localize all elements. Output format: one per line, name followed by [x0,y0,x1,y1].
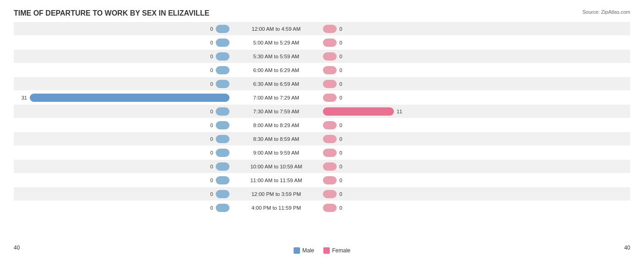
female-bar-container: 0 [322,94,630,102]
right-section: 0 [322,132,630,145]
time-label: 4:00 PM to 11:59 PM [230,205,322,211]
chart-row: 0 5:30 AM to 5:59 AM 0 [14,50,630,63]
left-section: 0 12:00 AM to 4:59 AM [14,22,322,35]
right-section: 0 [322,50,630,63]
female-bar-container: 0 [322,149,630,157]
chart-row: 0 9:00 AM to 9:59 AM 0 [14,146,630,159]
male-bar-container: 31 [14,94,230,102]
female-bar-container: 0 [322,66,630,74]
left-section: 0 12:00 PM to 3:59 PM [14,187,322,201]
female-bar-container: 11 [322,107,630,116]
right-section: 0 [322,187,630,201]
chart-area: 0 12:00 AM to 4:59 AM 0 0 5:00 AM to 5:2… [14,22,630,242]
male-value: 0 [204,136,213,142]
chart-row: 31 7:00 AM to 7:29 AM 0 [14,91,630,104]
male-bar-container: 0 [14,52,230,61]
time-label: 6:30 AM to 6:59 AM [230,81,322,87]
chart-container: TIME OF DEPARTURE TO WORK BY SEX IN ELIZ… [0,0,644,273]
female-bar [323,162,337,171]
left-section: 0 11:00 AM to 11:59 AM [14,173,322,187]
female-bar [323,121,337,129]
source-text: Source: ZipAtlas.com [582,9,630,15]
legend-male-box [294,247,300,254]
axis-bottom: 40 Male Female 40 [14,245,630,254]
male-bar-container: 0 [14,80,230,88]
left-section: 0 6:30 AM to 6:59 AM [14,77,322,90]
male-bar-container: 0 [14,190,230,198]
axis-right-label: 40 [624,245,630,254]
time-label: 10:00 AM to 10:59 AM [230,164,322,169]
chart-row: 0 10:00 AM to 10:59 AM 0 [14,160,630,173]
male-bar-container: 0 [14,135,230,143]
male-bar [30,94,229,102]
left-section: 31 7:00 AM to 7:29 AM [14,91,322,104]
male-bar-container: 0 [14,121,230,129]
male-bar [216,121,229,129]
right-section: 0 [322,160,630,173]
chart-title: TIME OF DEPARTURE TO WORK BY SEX IN ELIZ… [14,9,630,17]
female-value: 0 [339,136,349,142]
female-bar [323,94,337,102]
right-section: 0 [322,77,630,90]
male-bar [216,39,229,47]
male-bar [216,52,229,61]
left-section: 0 6:00 AM to 6:29 AM [14,63,322,77]
left-section: 0 5:00 AM to 5:29 AM [14,36,322,49]
male-bar [216,25,229,33]
female-value: 0 [339,150,349,156]
male-value: 0 [204,40,213,45]
female-bar-container: 0 [322,25,630,33]
female-value: 0 [339,26,349,32]
male-bar-container: 0 [14,176,230,184]
male-bar-container: 0 [14,107,230,116]
female-bar-container: 0 [322,176,630,184]
chart-row: 0 6:00 AM to 6:29 AM 0 [14,63,630,77]
female-bar [323,204,337,212]
right-section: 0 [322,36,630,49]
male-bar [216,135,229,143]
time-label: 12:00 AM to 4:59 AM [230,26,322,32]
male-value: 0 [204,109,213,114]
female-bar-container: 0 [322,162,630,171]
male-bar-container: 0 [14,204,230,212]
female-bar [323,135,337,143]
female-value: 0 [339,67,349,73]
right-section: 0 [322,146,630,159]
time-label: 7:00 AM to 7:29 AM [230,95,322,100]
legend: Male Female [294,247,350,254]
time-label: 5:00 AM to 5:29 AM [230,40,322,45]
male-bar-container: 0 [14,66,230,74]
chart-row: 0 4:00 PM to 11:59 PM 0 [14,201,630,214]
female-bar [323,25,337,33]
male-bar [216,149,229,157]
male-bar [216,176,229,184]
male-value: 0 [204,191,213,197]
female-value: 0 [339,40,349,45]
chart-row: 0 12:00 AM to 4:59 AM 0 [14,22,630,35]
legend-male: Male [294,247,314,254]
female-value: 11 [397,109,406,114]
male-value: 0 [204,67,213,73]
male-value: 0 [204,178,213,183]
left-section: 0 8:00 AM to 8:29 AM [14,118,322,132]
male-value: 0 [204,54,213,59]
time-label: 5:30 AM to 5:59 AM [230,54,322,59]
female-value: 0 [339,164,349,169]
female-bar [323,52,337,61]
female-value: 0 [339,123,349,128]
axis-left-label: 40 [14,245,20,254]
legend-female-box [323,247,330,254]
time-label: 7:30 AM to 7:59 AM [230,109,322,114]
female-bar [323,80,337,88]
male-value: 31 [18,95,27,100]
female-bar-container: 0 [322,135,630,143]
chart-row: 0 8:00 AM to 8:29 AM 0 [14,118,630,132]
male-bar [216,80,229,88]
male-bar [216,66,229,74]
left-section: 0 5:30 AM to 5:59 AM [14,50,322,63]
left-section: 0 4:00 PM to 11:59 PM [14,201,322,214]
male-value: 0 [204,81,213,87]
chart-row: 0 5:00 AM to 5:29 AM 0 [14,36,630,49]
male-value: 0 [204,150,213,156]
female-bar-container: 0 [322,39,630,47]
